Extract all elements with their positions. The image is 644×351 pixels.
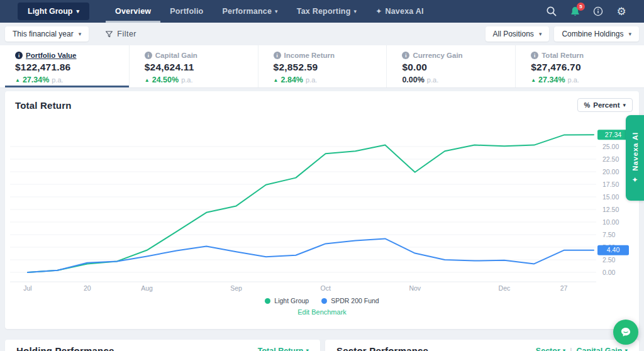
svg-text:Aug: Aug <box>141 284 153 292</box>
svg-text:Dec: Dec <box>499 284 511 292</box>
holding-metric-select[interactable]: Total Return ▾ <box>258 347 309 351</box>
stat-value: $27,476.70 <box>531 62 633 73</box>
period-select[interactable]: This financial year ▾ <box>5 26 89 42</box>
stat-change-pct: 24.50% <box>152 75 179 84</box>
unit-select-value: Percent <box>593 101 619 109</box>
legend-dot-blue <box>321 298 327 304</box>
stat-value: $24,624.11 <box>145 62 247 73</box>
sector-performance-card: Sector Performance Sector ▾ | Capital Ga… <box>325 340 639 351</box>
tab-overview[interactable]: Overview <box>106 0 160 23</box>
link-separator: | <box>570 347 572 351</box>
sector-metric-select[interactable]: Capital Gain ▾ <box>577 347 628 351</box>
navexa-ai-side-tab[interactable]: Navexa AI ✦ <box>626 115 644 201</box>
notifications-bell-icon[interactable]: 5 <box>569 5 581 18</box>
svg-text:20.00: 20.00 <box>602 168 619 176</box>
stat-total-return[interactable]: iTotal Return $27,476.70 ▲27.34%p.a. <box>515 45 644 87</box>
caret-down-icon: ▾ <box>354 9 357 14</box>
stat-income-return[interactable]: iIncome Return $2,852.59 ▲2.84%p.a. <box>258 45 387 87</box>
stat-change-pct: 27.34% <box>538 75 565 84</box>
up-arrow-icon: ▲ <box>15 77 20 83</box>
stat-change-suffix: p.a. <box>52 76 63 84</box>
chart-title: Total Return <box>15 100 72 111</box>
info-icon: i <box>15 52 23 59</box>
svg-text:12.50: 12.50 <box>602 206 619 213</box>
tab-portfolio[interactable]: Portfolio <box>160 0 213 23</box>
filter-button[interactable]: Filter <box>105 30 136 38</box>
stat-label: Total Return <box>541 52 584 59</box>
tab-performance-label: Performance <box>222 7 272 16</box>
stat-change-suffix: p.a. <box>181 76 192 84</box>
svg-text:20: 20 <box>84 284 91 292</box>
stat-label: Capital Gain <box>155 52 197 59</box>
stat-capital-gain[interactable]: iCapital Gain $24,624.11 ▲24.50%p.a. <box>129 45 258 87</box>
info-icon: i <box>274 52 281 59</box>
all-positions-select[interactable]: All Positions ▾ <box>486 26 550 42</box>
holding-metric-value: Total Return <box>258 347 304 351</box>
total-return-chart-card: 0.002.505.007.5010.0012.5015.0017.5020.0… <box>5 91 639 329</box>
period-select-value: This financial year <box>13 30 74 38</box>
summary-stats-bar: iPortfolio Value $122,471.86 ▲27.34%p.a.… <box>0 45 644 88</box>
unit-select-percent[interactable]: % Percent ▾ <box>577 98 633 112</box>
sector-performance-title: Sector Performance <box>336 345 428 351</box>
legend-label: Light Group <box>274 297 309 304</box>
all-positions-value: All Positions <box>493 30 534 38</box>
stat-label: Currency Gain <box>413 52 462 59</box>
stat-value: $2,852.59 <box>274 62 375 73</box>
up-arrow-icon: ▲ <box>145 77 150 83</box>
tab-tax-reporting-label: Tax Reporting <box>297 7 351 16</box>
portfolio-selector-label: Light Group <box>28 7 73 16</box>
nav-tabs: Overview Portfolio Performance ▾ Tax Rep… <box>106 0 433 23</box>
combine-holdings-value: Combine Holdings <box>562 30 623 38</box>
tab-navexa-ai[interactable]: ✦ Navexa AI <box>366 0 433 23</box>
funnel-icon <box>105 30 113 38</box>
total-return-line-chart[interactable]: 0.002.505.007.5010.0012.5015.0017.5020.0… <box>5 91 639 294</box>
tab-navexa-ai-label: Navexa AI <box>385 7 423 16</box>
stat-label: Income Return <box>284 52 335 59</box>
up-arrow-icon: ▲ <box>531 77 536 83</box>
svg-text:4.40: 4.40 <box>607 246 620 254</box>
svg-text:2.50: 2.50 <box>602 256 616 264</box>
stat-change-suffix: p.a. <box>568 76 579 84</box>
svg-text:15.00: 15.00 <box>602 193 619 201</box>
holding-performance-title: Holding Performance <box>16 345 114 351</box>
info-icon: i <box>402 52 409 59</box>
notification-count-badge: 5 <box>577 3 585 11</box>
legend-spdr-200-fund[interactable]: SPDR 200 Fund <box>321 297 379 304</box>
svg-text:27: 27 <box>560 284 568 292</box>
sector-group-select[interactable]: Sector ▾ <box>536 347 565 351</box>
gear-icon[interactable]: ⚙ <box>615 5 628 18</box>
tab-tax-reporting[interactable]: Tax Reporting ▾ <box>287 0 366 23</box>
info-icon[interactable] <box>592 5 604 18</box>
caret-down-icon: ▾ <box>539 31 542 37</box>
search-icon[interactable] <box>545 5 558 18</box>
tab-overview-label: Overview <box>115 7 151 16</box>
caret-down-icon: ▾ <box>628 31 631 37</box>
sector-metric-value: Capital Gain <box>577 347 623 351</box>
stat-change-suffix: p.a. <box>427 76 438 84</box>
svg-text:17.50: 17.50 <box>602 181 619 188</box>
up-arrow-icon: ▲ <box>274 77 279 83</box>
active-stat-underline <box>5 86 129 87</box>
stat-portfolio-value[interactable]: iPortfolio Value $122,471.86 ▲27.34%p.a. <box>0 45 129 87</box>
chat-launcher-button[interactable] <box>613 320 638 345</box>
caret-down-icon: ▾ <box>275 9 278 14</box>
portfolio-selector-button[interactable]: Light Group ▾ <box>18 3 89 20</box>
svg-text:22.50: 22.50 <box>602 155 619 163</box>
filter-bar: This financial year ▾ Filter All Positio… <box>0 23 644 45</box>
stat-change-suffix: p.a. <box>306 76 317 84</box>
svg-text:25.00: 25.00 <box>602 143 619 150</box>
legend-light-group[interactable]: Light Group <box>265 297 309 304</box>
stat-change-pct: 0.00% <box>402 75 424 84</box>
top-navbar: Light Group ▾ Overview Portfolio Perform… <box>0 0 644 23</box>
sparkle-icon: ✦ <box>631 176 638 184</box>
svg-text:Jul: Jul <box>23 284 31 292</box>
edit-benchmark-link[interactable]: Edit Benchmark <box>5 308 639 316</box>
filter-button-label: Filter <box>117 30 136 38</box>
svg-text:10.00: 10.00 <box>602 218 619 226</box>
stat-currency-gain[interactable]: iCurrency Gain $0.00 ▲0.00%p.a. <box>386 45 515 87</box>
combine-holdings-select[interactable]: Combine Holdings ▾ <box>554 26 639 42</box>
caret-down-icon: ▾ <box>623 103 626 108</box>
caret-down-icon: ▾ <box>625 348 628 351</box>
stat-change-pct: 27.34% <box>23 75 49 84</box>
tab-performance[interactable]: Performance ▾ <box>213 0 287 23</box>
